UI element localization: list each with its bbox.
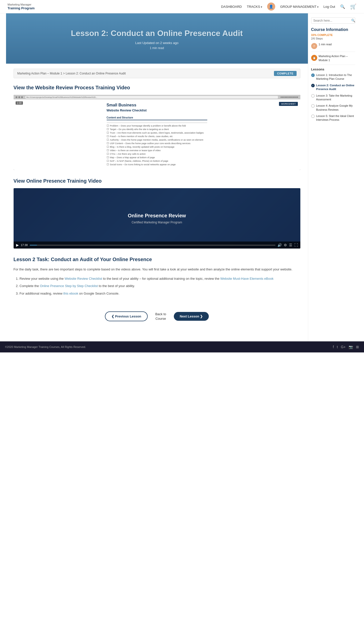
task-section: Lesson 2 Task: Conduct an Audit of Your … [14,256,300,296]
lesson-check-1: ✓ [311,73,315,77]
lesson-label-4: Lesson 4: Analyze Google My Business Rev… [316,104,355,112]
video1-timestamp: 1:00 [16,101,23,105]
sidebar-lesson-1[interactable]: ✓ Lesson 1: Introduction to The Marketin… [311,73,355,81]
volume-icon[interactable]: 🔊 [277,243,282,247]
video2-overlay: Online Presence Review Certified Marketi… [14,188,300,249]
settings-icon[interactable]: ⚙ [284,243,287,247]
lesson-check-5 [311,114,315,118]
sidebar-lesson-4[interactable]: Lesson 4: Analyze Google My Business Rev… [311,104,355,112]
next-lesson-button[interactable]: Next Lesson ❯ [174,312,209,321]
doc-checkbox-1: Problem – Does your homepage identify a … [107,124,207,127]
googleplus-icon[interactable]: G+ [341,345,346,349]
page-wrapper: Lesson 2: Conduct an Online Presence Aud… [6,13,358,341]
video2-progress-bar[interactable] [30,245,275,246]
video1-doc: Small Business Website Review Checklist … [107,103,207,166]
lesson-label-3: Lesson 3: Take the Marketing Assessment [316,94,355,102]
progress-label: 33% COMPLETE [311,33,355,36]
lesson-label-5: Lesson 5: Start the Ideal Client Intervi… [316,114,355,122]
section2-title: View Online Presence Training Video [14,178,300,184]
browser-url: file:///Users/projects/Desktop/Small%20B… [25,96,278,99]
nav-dashboard[interactable]: DASHBOARD [221,5,242,9]
doc-line-1 [107,122,207,123]
video2-overlay-title: Online Presence Review [128,213,186,219]
online-presence-checklist-link[interactable]: Online Presence Step by Step Checklist [40,284,98,288]
nav-avatar[interactable]: 👤 [267,3,275,11]
course-info-title: Course Information [311,27,355,32]
sidebar-lesson-2[interactable]: ✓ Lesson 2: Conduct an Online Presence A… [311,84,355,91]
nav-group-management[interactable]: GROUP MANAGEMENT [280,5,318,9]
ebook-link[interactable]: this ebook [63,292,78,295]
video1-doc-subtitle: Website Review Checklist [107,108,207,112]
sidebar-search-bar[interactable]: 🔍 [311,17,355,24]
breadcrumb: Marketing Action Plan – Module 1 > Lesso… [14,69,300,78]
task-body: For the daily task, there are two import… [14,267,300,272]
lesson-label-1: Lesson 1: Introduction to The Marketing … [316,73,355,81]
complete-badge: COMPLETE [274,71,296,76]
breadcrumb-text: Marketing Action Plan – Module 1 > Lesso… [17,72,126,75]
breadcrumb-module-link[interactable]: Marketing Action Plan – Module 1 [17,72,62,75]
main-area: Lesson 2: Conduct an Online Presence Aud… [6,13,308,341]
task-item-2: Complete the Online Presence Step by Ste… [20,283,300,289]
search-icon[interactable]: 🔍 [340,4,345,9]
doc-checkbox-11: NAP – Is NAP (Name, Address, Phone) on b… [107,159,207,162]
brand: Marketing Manager Training Program [8,3,35,10]
video1-container[interactable]: file:///Users/projects/Desktop/Small%20B… [14,95,300,170]
cart-icon[interactable]: 🛒 [350,4,356,10]
task-item-3: For additional reading, review this eboo… [20,291,300,296]
video2-overlay-subtitle: Certified Marketing Manager Program [132,221,182,224]
video1-content: 1:00 WORKSHEET Small Business Website Re… [14,99,300,170]
doc-checkbox-3: Trust – Are there trust elements such as… [107,131,207,134]
video2-play-icon[interactable]: ▶ [16,243,19,247]
worksheet-badge: WORKSHEET [279,102,298,106]
nav-tracks[interactable]: TRACKS [247,5,262,9]
website-review-checklist-link[interactable]: Website Review Checklist [65,277,102,280]
lesson-check-2: ✓ [311,84,315,87]
doc-checkbox-9: CTAs – Are there any calls to action [107,152,207,155]
video2-controls: ▶ 17:38 🔊 ⚙ ☰ ⛶ [14,242,300,249]
doc-checkbox-4: Fraud – Is there mention of results for … [107,135,207,138]
video1-doc-section: Content and Structure [107,116,207,120]
fullscreen-icon[interactable]: ⛶ [294,243,298,247]
browser-dot-1 [16,96,17,98]
sidebar-module-item-1: ⏱ 1 min read [311,43,355,52]
prev-lesson-button[interactable]: ❮ Previous Lesson [105,311,148,321]
sidebar-lesson-5[interactable]: Lesson 5: Start the Ideal Client Intervi… [311,114,355,122]
breadcrumb-lesson: Lesson 2: Conduct an Online Presence Aud… [66,72,126,75]
video2-progress-fill [30,245,37,246]
sidebar-lesson-3[interactable]: Lesson 3: Take the Marketing Assessment [311,94,355,102]
module-text-2: Marketing Action Plan – Module 1 [319,54,355,62]
doc-checkbox-10: Map – Does a Map appear at bottom of pag… [107,156,207,159]
back-to-course-link[interactable]: Back toCourse [155,312,166,321]
footer: ©2020 Marketing Manager Training Courses… [0,341,364,352]
playlist-icon[interactable]: ☰ [289,243,292,247]
nav-logout[interactable]: Log Out [323,5,335,9]
brand-line2: Training Program [8,6,35,10]
twitter-icon[interactable]: t [337,345,338,349]
facebook-icon[interactable]: f [333,345,334,349]
task-title: Lesson 2 Task: Conduct an Audit of Your … [14,256,300,263]
instagram-icon[interactable]: 📷 [349,345,353,349]
search-icon[interactable]: 🔍 [351,19,355,22]
navbar: Marketing Manager Training Program DASHB… [0,0,364,13]
rss-icon[interactable]: ⊞ [356,345,359,349]
video2-container[interactable]: Online Presence Review Certified Marketi… [14,188,300,249]
browser-toolbar-icons: ●●●●●●●●●●●●● [280,96,298,98]
hero-read-time: 1 min read [16,46,298,50]
task-list: Review your website using the Website Re… [14,276,300,296]
search-input[interactable] [313,19,351,22]
module-text-1: 1 min read [319,43,332,46]
task-item-1: Review your website using the Website Re… [20,276,300,281]
video1-browser-bar: file:///Users/projects/Desktop/Small%20B… [14,95,300,99]
lessons-title: Lessons [311,67,355,71]
lesson-check-4 [311,104,315,108]
lesson-navigation: ❮ Previous Lesson Back toCourse Next Les… [14,304,300,331]
footer-social-icons: f t G+ 📷 ⊞ [333,345,359,349]
sidebar-module-item-2: 📋 Marketing Action Plan – Module 1 [311,54,355,65]
doc-checkbox-7: Blog – Is there a blog, recently updated… [107,145,207,148]
breadcrumb-sep1: > [62,72,66,75]
website-ebook-link[interactable]: Website Must-Have Elements eBook [220,277,273,280]
hero-title: Lesson 2: Conduct an Online Presence Aud… [16,28,298,38]
doc-checkbox-5: Authority – Does the home page mention m… [107,138,207,141]
video1-doc-title: Small Business [107,103,207,107]
doc-checkbox-12: Social Icons – Do Icons linking to socia… [107,163,207,166]
